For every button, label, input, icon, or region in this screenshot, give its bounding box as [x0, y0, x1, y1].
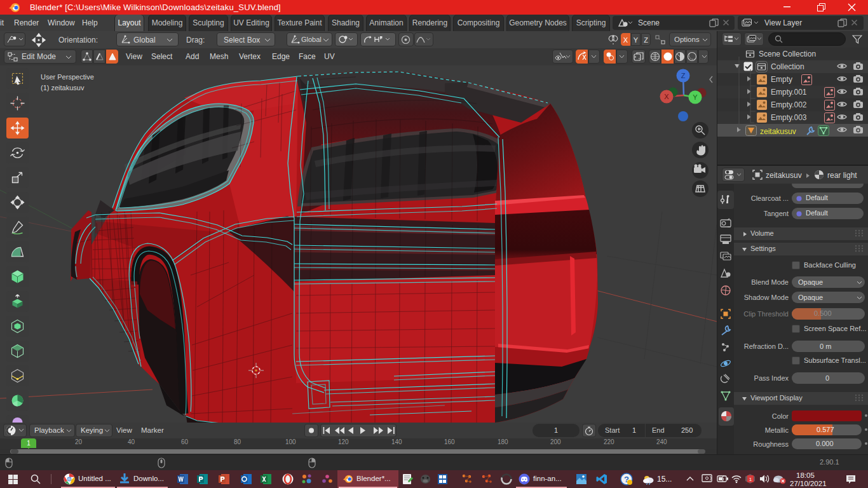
svg-text:X: X	[664, 93, 669, 100]
svg-text:Y: Y	[693, 93, 698, 101]
svg-text:Z: Z	[681, 72, 686, 79]
svg-text:1: 1	[749, 477, 752, 482]
